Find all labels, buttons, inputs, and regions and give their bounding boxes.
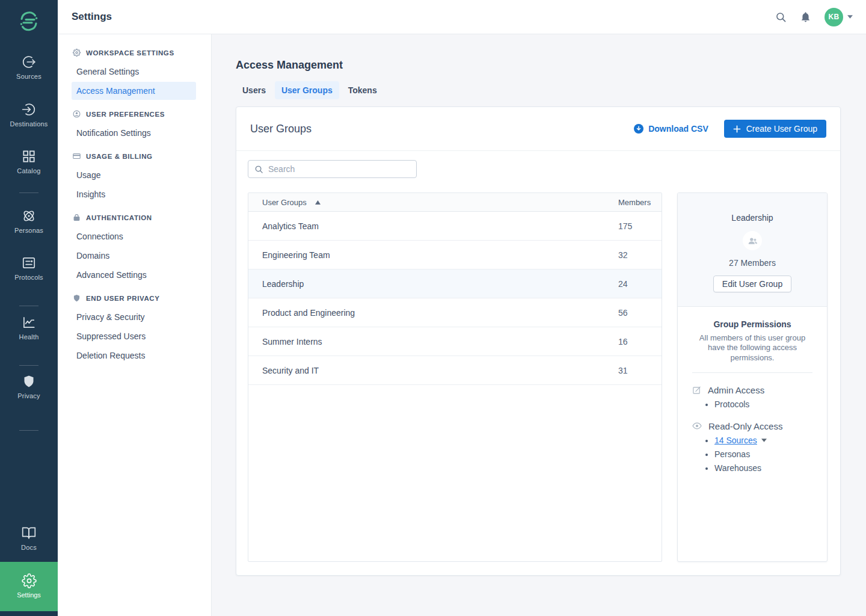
permissions-title: Group Permissions (692, 319, 812, 329)
chevron-down-icon[interactable] (761, 439, 767, 442)
main-content: Access Management Users User Groups Toke… (212, 34, 866, 616)
nav-item-insights[interactable]: Insights (58, 185, 211, 203)
primary-sidebar: Sources Destinations Catalog Personas (0, 0, 58, 616)
sidebar-label: Sources (0, 73, 58, 80)
table-row[interactable]: Product and Engineering 56 (248, 298, 662, 327)
edit-icon (692, 386, 701, 395)
panel-actions: Download CSV Create User Group (634, 120, 826, 138)
admin-access-group: Admin Access Protocols (692, 385, 812, 409)
nav-item-general-settings[interactable]: General Settings (58, 63, 211, 81)
sidebar-divider (19, 430, 38, 431)
group-name-cell: Engineering Team (248, 250, 618, 260)
nav-section-title: USAGE & BILLING (86, 153, 153, 160)
sidebar-divider (19, 365, 38, 366)
nav-item-notification-settings[interactable]: Notification Settings (58, 124, 211, 142)
create-user-group-label: Create User Group (746, 124, 817, 134)
eye-icon (692, 421, 702, 431)
tab-tokens[interactable]: Tokens (342, 81, 384, 99)
nav-item-suppressed-users[interactable]: Suppressed Users (58, 327, 211, 345)
nav-item-usage[interactable]: Usage (58, 166, 211, 184)
table-row[interactable]: Summer Interns 16 (248, 327, 662, 356)
nav-item-domains[interactable]: Domains (58, 247, 211, 265)
nav-section-title: WORKSPACE SETTINGS (86, 49, 174, 57)
sidebar-item-protocols[interactable]: Protocols (0, 255, 58, 281)
admin-access-label: Admin Access (708, 385, 764, 395)
sidebar-label: Destinations (0, 120, 58, 128)
create-user-group-button[interactable]: Create User Group (724, 120, 826, 138)
sort-ascending-icon (315, 200, 321, 205)
search-input[interactable] (268, 164, 410, 174)
read-only-access-group: Read-Only Access 14 Sources (692, 421, 812, 473)
sidebar-item-health[interactable]: Health (0, 315, 58, 340)
settings-nav: WORKSPACE SETTINGS General Settings Acce… (58, 34, 212, 616)
content-row: User Groups Members Analytics Team 175 E… (248, 192, 829, 562)
shield-icon (73, 294, 81, 302)
download-csv-link[interactable]: Download CSV (634, 124, 708, 134)
user-circle-icon (73, 110, 81, 118)
credit-card-icon (73, 152, 81, 160)
nav-section-header: END USER PRIVACY (58, 294, 211, 303)
permission-item: Protocols (714, 399, 812, 409)
group-summary: Leadership 27 Members Edi (678, 193, 827, 307)
sidebar-item-personas[interactable]: Personas (0, 208, 58, 234)
nav-section-usage-billing: USAGE & BILLING Usage Insights (58, 152, 211, 203)
search-box (248, 160, 417, 178)
members-count-cell: 31 (618, 366, 662, 375)
segment-logo-icon[interactable] (17, 9, 41, 33)
sidebar-item-privacy[interactable]: Privacy (0, 374, 58, 399)
table-row-selected[interactable]: Leadership 24 (248, 270, 662, 298)
nav-item-connections[interactable]: Connections (58, 227, 211, 245)
table-row[interactable]: Security and IT 31 (248, 356, 662, 385)
notifications-bell-icon[interactable] (800, 11, 811, 23)
people-icon (748, 236, 758, 245)
edit-user-group-button[interactable]: Edit User Group (713, 276, 791, 292)
search-icon[interactable] (775, 11, 787, 23)
nav-section-user-preferences: USER PREFERENCES Notification Settings (58, 109, 211, 142)
gear-icon (73, 49, 81, 57)
table-header-row: User Groups Members (248, 193, 662, 212)
docs-book-icon (0, 525, 58, 541)
table-row[interactable]: Engineering Team 32 (248, 241, 662, 270)
read-only-access-list: 14 Sources Personas Warehouses (692, 436, 812, 473)
members-count-cell: 56 (618, 308, 662, 318)
nav-item-advanced-settings[interactable]: Advanced Settings (58, 266, 211, 284)
tab-user-groups[interactable]: User Groups (275, 81, 339, 99)
admin-access-header: Admin Access (692, 385, 812, 395)
nav-section-workspace: WORKSPACE SETTINGS General Settings Acce… (58, 48, 211, 100)
sidebar-label: Settings (0, 591, 58, 599)
table-row[interactable]: Analytics Team 175 (248, 212, 662, 241)
download-csv-label: Download CSV (648, 124, 708, 134)
column-header-members: Members (618, 198, 662, 207)
protocols-icon (0, 255, 58, 271)
user-groups-table: User Groups Members Analytics Team 175 E… (248, 192, 662, 562)
sidebar-item-catalog[interactable]: Catalog (0, 149, 58, 174)
read-only-access-label: Read-Only Access (708, 421, 782, 431)
permission-item: Personas (714, 449, 812, 459)
lock-icon (73, 214, 81, 221)
permission-item: 14 Sources (714, 436, 812, 445)
sidebar-item-docs[interactable]: Docs (0, 525, 58, 551)
sidebar-item-sources[interactable]: Sources (0, 54, 58, 80)
tab-users[interactable]: Users (236, 81, 272, 99)
read-only-access-header: Read-Only Access (692, 421, 812, 431)
panel-body: User Groups Members Analytics Team 175 E… (236, 151, 840, 562)
sidebar-divider (19, 192, 38, 193)
group-avatar (743, 231, 762, 250)
group-name-cell: Summer Interns (248, 337, 618, 346)
sources-count-link[interactable]: 14 Sources (714, 436, 757, 445)
sidebar-label: Privacy (0, 392, 58, 399)
sidebar-item-settings[interactable]: Settings (0, 562, 58, 611)
group-name-cell: Analytics Team (248, 221, 618, 231)
nav-item-deletion-requests[interactable]: Deletion Requests (58, 346, 211, 365)
page-title: Settings (72, 11, 112, 23)
nav-item-privacy-security[interactable]: Privacy & Security (58, 308, 211, 326)
sidebar-label: Health (0, 333, 58, 340)
column-header-user-groups[interactable]: User Groups (248, 198, 618, 207)
group-name: Leadership (690, 213, 815, 223)
nav-item-access-management[interactable]: Access Management (72, 82, 196, 100)
nav-section-header: USAGE & BILLING (58, 152, 211, 161)
sidebar-item-destinations[interactable]: Destinations (0, 102, 58, 128)
nav-section-title: USER PREFERENCES (86, 111, 165, 118)
group-name-cell: Product and Engineering (248, 308, 618, 318)
user-menu[interactable]: KB (825, 8, 853, 26)
